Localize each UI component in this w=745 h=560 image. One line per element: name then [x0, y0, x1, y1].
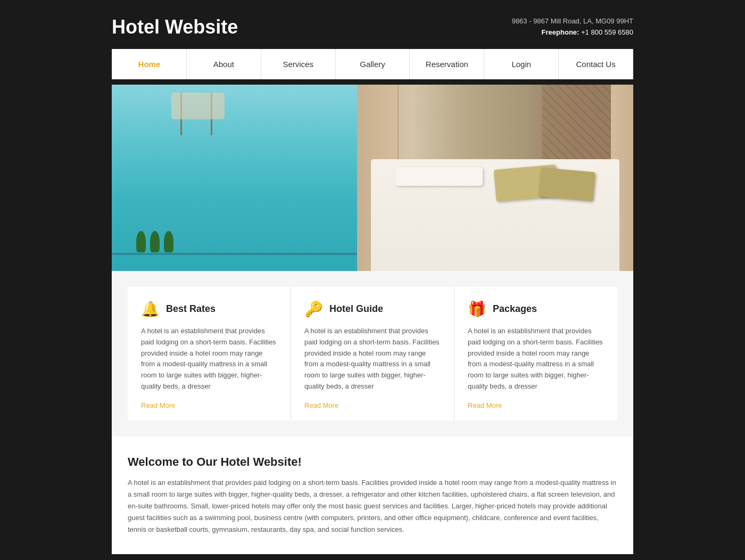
- card-text-best-rates: A hotel is an establishment that provide…: [141, 326, 277, 392]
- hero-image: [112, 85, 633, 271]
- card-title-packages: Packages: [493, 303, 537, 315]
- read-more-best-rates[interactable]: Read More: [141, 401, 175, 409]
- package-icon: 🎁: [468, 300, 486, 318]
- address: 9863 - 9867 Mill Road, LA, MG09 99HT: [512, 16, 633, 27]
- hero-canopy: [180, 93, 212, 135]
- card-text-hotel-guide: A hotel is an establishment that provide…: [304, 326, 441, 392]
- read-more-packages[interactable]: Read More: [468, 401, 502, 409]
- freephone: Freephone: +1 800 559 6580: [512, 27, 633, 38]
- freephone-label: Freephone:: [542, 28, 580, 36]
- hero-room: [357, 85, 633, 271]
- site-title: Hotel Website: [112, 16, 238, 38]
- hero-pool: [112, 85, 357, 271]
- card-header-best-rates: 🔔 Best Rates: [141, 300, 277, 318]
- header: Hotel Website 9863 - 9867 Mill Road, LA,…: [0, 0, 745, 49]
- nav-item-gallery[interactable]: Gallery: [336, 49, 410, 79]
- card-best-rates: 🔔 Best Rates A hotel is an establishment…: [128, 287, 291, 421]
- pool-edge: [112, 253, 357, 255]
- card-title-best-rates: Best Rates: [166, 303, 216, 315]
- nav-item-login[interactable]: Login: [484, 49, 559, 79]
- card-text-packages: A hotel is an establishment that provide…: [468, 326, 604, 392]
- nav-item-about[interactable]: About: [187, 49, 261, 79]
- nav-item-contact[interactable]: Contact Us: [559, 49, 633, 79]
- cards-section: 🔔 Best Rates A hotel is an establishment…: [112, 271, 633, 437]
- welcome-text: A hotel is an establishment that provide…: [128, 477, 617, 536]
- read-more-hotel-guide[interactable]: Read More: [304, 401, 338, 409]
- card-title-hotel-guide: Hotel Guide: [329, 303, 383, 315]
- card-header-packages: 🎁 Packages: [468, 300, 604, 318]
- welcome-title: Welcome to Our Hotel Website!: [128, 455, 617, 469]
- card-packages: 🎁 Packages A hotel is an establishment t…: [454, 287, 617, 421]
- card-header-hotel-guide: 🔑 Hotel Guide: [304, 300, 441, 318]
- hero-trees: [136, 231, 173, 252]
- hero-bed: [371, 159, 619, 271]
- welcome-section: Welcome to Our Hotel Website! A hotel is…: [112, 437, 633, 554]
- bell-icon: 🔔: [141, 300, 160, 318]
- nav-item-reservation[interactable]: Reservation: [410, 49, 484, 79]
- nav-item-services[interactable]: Services: [261, 49, 336, 79]
- phone-number: +1 800 559 6580: [581, 28, 633, 36]
- key-icon: 🔑: [304, 300, 323, 318]
- nav-item-home[interactable]: Home: [112, 49, 187, 79]
- pillow-3: [539, 168, 595, 202]
- footer-space: [0, 554, 745, 560]
- pillow-1: [395, 167, 483, 186]
- card-hotel-guide: 🔑 Hotel Guide A hotel is an establishmen…: [291, 287, 454, 421]
- navigation: Home About Services Gallery Reservation …: [112, 49, 633, 79]
- contact-info: 9863 - 9867 Mill Road, LA, MG09 99HT Fre…: [512, 16, 633, 38]
